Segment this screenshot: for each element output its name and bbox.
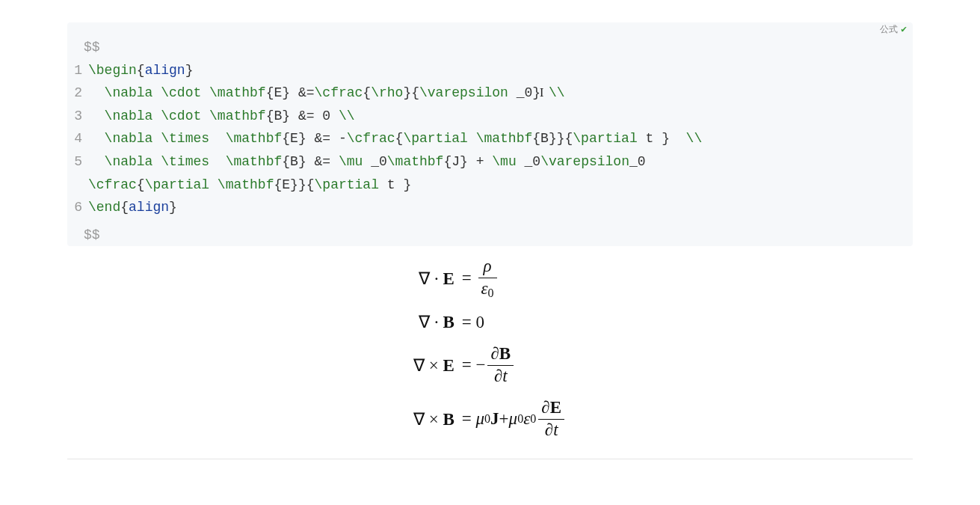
- equation-rhs: = μ0J + μ0ε0∂E∂t: [462, 398, 567, 440]
- block-badge-bar: 公式 ✔: [67, 22, 913, 36]
- code-line[interactable]: 5 \nabla \times \mathbf{B} &= \mu _0\mat…: [67, 150, 904, 174]
- code-text[interactable]: \nabla \cdot \mathbf{B} &= 0 \\: [88, 105, 904, 128]
- equation-rhs: = ρε0: [462, 257, 567, 300]
- equation-lhs: ∇ · B: [413, 312, 454, 332]
- equation-lhs: ∇ · E: [413, 269, 454, 289]
- line-number: 6: [67, 196, 88, 219]
- equation-rhs: = 0: [462, 313, 567, 332]
- line-number: 4: [67, 127, 88, 150]
- page: 公式 ✔ $$ 1\begin{align}2 \nabla \cdot \ma…: [0, 0, 980, 505]
- line-number: 1: [67, 59, 88, 82]
- equation-lhs: ∇ × B: [413, 409, 454, 429]
- line-number: 2: [67, 82, 88, 105]
- code-line[interactable]: 3 \nabla \cdot \mathbf{B} &= 0 \\: [67, 105, 904, 128]
- code-line[interactable]: 1\begin{align}: [67, 59, 904, 82]
- code-editor-body[interactable]: 1\begin{align}2 \nabla \cdot \mathbf{E} …: [67, 59, 913, 224]
- code-line[interactable]: 2 \nabla \cdot \mathbf{E} &=\cfrac{\rho}…: [67, 82, 904, 105]
- code-text[interactable]: \end{align}: [88, 196, 904, 219]
- check-icon: ✔: [901, 22, 907, 38]
- block-type-label: 公式: [880, 22, 898, 37]
- code-text[interactable]: \nabla \cdot \mathbf{E} &=\cfrac{\rho}{\…: [88, 82, 904, 105]
- math-preview: ∇ · E= ρε0∇ · B= 0∇ × E= −∂B∂t∇ × B= μ0J…: [67, 246, 913, 459]
- code-text[interactable]: \cfrac{\partial \mathbf{E}}{\partial t }: [88, 174, 904, 197]
- equation-lhs: ∇ × E: [413, 355, 454, 376]
- code-line-continuation[interactable]: \cfrac{\partial \mathbf{E}}{\partial t }: [67, 174, 904, 197]
- math-code-block[interactable]: 公式 ✔ $$ 1\begin{align}2 \nabla \cdot \ma…: [67, 22, 913, 246]
- delimiter-close: $$: [67, 224, 913, 247]
- equation-rhs: = −∂B∂t: [462, 344, 567, 386]
- code-line[interactable]: 4 \nabla \times \mathbf{E} &= -\cfrac{\p…: [67, 127, 904, 150]
- line-number: 5: [67, 150, 88, 174]
- aligned-equations: ∇ · E= ρε0∇ · B= 0∇ × E= −∂B∂t∇ × B= μ0J…: [67, 257, 913, 440]
- code-text[interactable]: \begin{align}: [88, 59, 904, 82]
- delimiter-open: $$: [67, 36, 913, 59]
- code-text[interactable]: \nabla \times \mathbf{E} &= -\cfrac{\par…: [88, 127, 904, 150]
- code-line[interactable]: 6\end{align}: [67, 196, 904, 219]
- line-number: 3: [67, 105, 88, 128]
- code-text[interactable]: \nabla \times \mathbf{B} &= \mu _0\mathb…: [88, 150, 904, 174]
